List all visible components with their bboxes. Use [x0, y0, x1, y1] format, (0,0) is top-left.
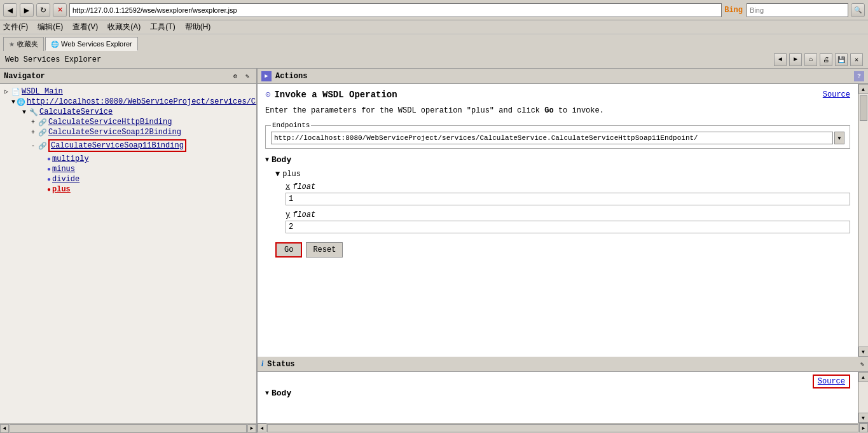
nav-back-icon[interactable]: ◄	[774, 53, 787, 66]
tree-service-url[interactable]: ▼ 🌐 http://localhost:8080/WebServiceProj…	[3, 97, 254, 107]
favorites-icon: ★	[9, 41, 15, 48]
tree-http-binding[interactable]: + 🔗 CalculateServiceHttpBinding	[3, 117, 254, 127]
service-url-label[interactable]: http://localhost:8080/WebServiceProject/…	[27, 97, 256, 106]
scroll-right-btn[interactable]: ►	[247, 424, 256, 433]
vscroll-up-btn[interactable]: ▲	[858, 84, 869, 94]
actions-upper-wrapper: ⊙ Invoke a WSDL Operation Source Enter t…	[258, 84, 868, 357]
status-content: Source ▼ Body ▲ ▼	[258, 372, 868, 423]
h-scroll-track	[10, 424, 247, 433]
soap11-binding-label[interactable]: CalculateServiceSoap11Binding	[48, 139, 186, 152]
vscroll-down-btn[interactable]: ▼	[858, 347, 869, 357]
status-vscroll-down[interactable]: ▼	[858, 413, 869, 423]
body-toggle[interactable]: ▼ Body	[265, 155, 850, 165]
actions-header-left: ▶ Actions	[261, 71, 307, 81]
source-link-top[interactable]: Source	[823, 90, 850, 99]
reset-button[interactable]: Reset	[306, 242, 343, 258]
invoke-icon: ⊙	[265, 89, 270, 100]
plus-label[interactable]: plus	[52, 185, 71, 194]
actions-scroll-right[interactable]: ►	[859, 423, 868, 432]
tree-soap11-binding[interactable]: - 🔗 CalculateServiceSoap11Binding	[3, 139, 254, 153]
main-content: Navigator ⊕ ✎ ▷ 📄 WSDL Main ▼ 🌐 http://l…	[0, 69, 868, 433]
y-input[interactable]	[286, 221, 850, 233]
status-edit-icon[interactable]: ✎	[860, 361, 864, 368]
vscroll-thumb[interactable]	[860, 95, 867, 121]
wsdl-main-label[interactable]: WSDL Main	[22, 87, 63, 96]
status-icon: i	[261, 359, 263, 369]
calc-expander: ▼	[20, 109, 28, 116]
calculate-service-label[interactable]: CalculateService	[39, 107, 113, 116]
plus-group: ▼ plus	[275, 170, 850, 179]
plus-params: x float y float	[275, 182, 850, 238]
endpoint-dropdown-btn[interactable]: ▼	[834, 132, 844, 144]
actions-icon: ▶	[261, 71, 272, 81]
save-icon[interactable]: 💾	[835, 53, 848, 66]
wsdl-icon: 📄	[11, 88, 20, 96]
scroll-left-btn[interactable]: ◄	[0, 424, 9, 433]
minus-icon: ●	[47, 166, 51, 173]
x-param-label: x float	[286, 182, 850, 191]
divide-icon: ●	[47, 176, 51, 183]
source-link-bottom[interactable]: Source	[813, 375, 850, 388]
tree-calculate-service[interactable]: ▼ 🔧 CalculateService	[3, 107, 254, 117]
print-icon[interactable]: 🖨	[820, 53, 832, 66]
status-vscroll: ▲ ▼	[858, 372, 868, 423]
tree-divide[interactable]: ● divide	[3, 174, 254, 184]
stop-button[interactable]: ✕	[53, 3, 67, 17]
home-icon[interactable]: ⌂	[804, 53, 817, 66]
soap12-icon: 🔗	[38, 128, 47, 137]
tree-soap12-binding[interactable]: + 🔗 CalculateServiceSoap12Binding	[3, 127, 254, 137]
actions-vscroll: ▲ ▼	[858, 84, 868, 357]
nav-forward-icon[interactable]: ►	[789, 53, 802, 66]
status-vscroll-up[interactable]: ▲	[858, 372, 869, 382]
back-button[interactable]: ◄	[3, 3, 17, 17]
plus-group-label: plus	[282, 170, 301, 179]
endpoint-input[interactable]	[271, 132, 833, 144]
http-binding-label[interactable]: CalculateServiceHttpBinding	[48, 118, 172, 127]
forward-button[interactable]: ►	[20, 3, 34, 17]
invoke-header: ⊙ Invoke a WSDL Operation Source	[265, 89, 850, 100]
menu-file[interactable]: 文件(F)	[3, 22, 28, 32]
actions-bottom-scroll: ◄ ►	[258, 423, 868, 433]
navigator-title: Navigator	[4, 72, 45, 81]
navigator-panel: Navigator ⊕ ✎ ▷ 📄 WSDL Main ▼ 🌐 http://l…	[0, 69, 258, 433]
navigator-icon2[interactable]: ✎	[242, 71, 252, 81]
status-body-toggle[interactable]: ▼ Body	[265, 388, 850, 398]
actions-upper-content: ⊙ Invoke a WSDL Operation Source Enter t…	[258, 84, 858, 357]
multiply-label[interactable]: multiply	[52, 155, 89, 163]
navigator-icon1[interactable]: ⊕	[230, 71, 240, 81]
wsdl-expander: ▷	[3, 88, 10, 95]
x-input[interactable]	[286, 193, 850, 205]
tree-plus[interactable]: ● plus	[3, 184, 254, 195]
tab-wse[interactable]: 🌐 Web Services Explorer	[45, 37, 138, 51]
actions-scroll-left[interactable]: ◄	[258, 423, 266, 432]
menu-tools[interactable]: 工具(T)	[150, 22, 175, 32]
soap12-binding-label[interactable]: CalculateServiceSoap12Binding	[48, 128, 181, 137]
tree-minus[interactable]: ● minus	[3, 164, 254, 174]
go-button[interactable]: Go	[275, 242, 302, 258]
calc-icon: 🔧	[29, 108, 38, 116]
tree-multiply[interactable]: ● multiply	[3, 154, 254, 164]
menu-view[interactable]: 查看(V)	[72, 22, 98, 32]
menu-favorites[interactable]: 收藏夹(A)	[107, 22, 141, 32]
address-bar[interactable]	[69, 3, 722, 17]
navigator-icons: ⊕ ✎	[230, 71, 252, 81]
endpoints-legend: Endpoints	[271, 121, 311, 129]
actions-help-icon[interactable]: ?	[854, 71, 864, 81]
body-label: Body	[272, 155, 291, 165]
navigator-header: Navigator ⊕ ✎	[0, 69, 256, 84]
search-input[interactable]	[747, 3, 848, 17]
status-panel: i Status ✎ Source ▼ Body	[258, 357, 868, 433]
menu-help[interactable]: 帮助(H)	[185, 22, 211, 32]
wse-favicon: 🌐	[51, 41, 59, 48]
search-button[interactable]: 🔍	[851, 3, 865, 17]
status-title: Status	[267, 360, 294, 369]
close-icon[interactable]: ✕	[850, 53, 863, 66]
soap11-expander: -	[29, 142, 37, 149]
minus-label[interactable]: minus	[52, 165, 75, 174]
endpoints-dropdown: ▼	[271, 132, 844, 144]
refresh-button[interactable]: ↻	[36, 3, 50, 17]
menu-edit[interactable]: 编辑(E)	[38, 22, 63, 32]
tree-wsdl-main[interactable]: ▷ 📄 WSDL Main	[3, 86, 254, 97]
tab-favorites[interactable]: ★ 收藏夹	[3, 37, 44, 51]
divide-label[interactable]: divide	[52, 175, 79, 184]
